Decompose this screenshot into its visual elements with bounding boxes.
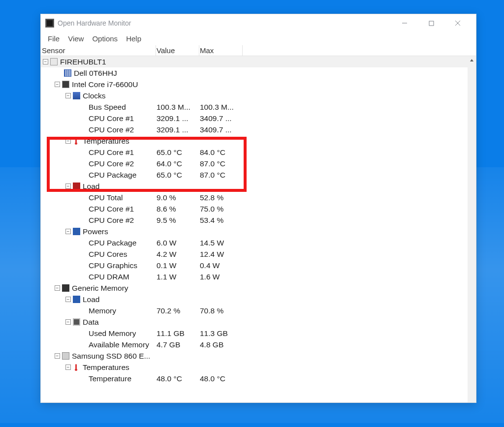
tree-row[interactable]: CPU Cores4.2 W12.4 W bbox=[41, 248, 476, 260]
column-header-sensor[interactable]: Sensor bbox=[41, 46, 157, 55]
max-cell: 12.4 W bbox=[200, 250, 243, 259]
tree-row[interactable]: CPU Total9.0 %52.8 % bbox=[41, 192, 476, 203]
collapse-toggle-icon[interactable]: − bbox=[65, 319, 71, 325]
value-cell: 11.1 GB bbox=[157, 329, 200, 338]
tree-indent bbox=[41, 333, 79, 334]
sensor-label: CPU Core #2 bbox=[89, 125, 134, 134]
column-resize-handle[interactable] bbox=[242, 45, 243, 56]
tree-row[interactable]: CPU Package65.0 °C87.0 °C bbox=[41, 169, 476, 181]
collapse-toggle-icon[interactable]: − bbox=[65, 229, 71, 234]
tree-guide bbox=[55, 70, 62, 76]
tree-row[interactable]: Dell 0T6HHJ bbox=[41, 67, 476, 79]
sensor-label: Dell 0T6HHJ bbox=[74, 69, 117, 78]
sensor-tree[interactable]: −FIREHUBLT1Dell 0T6HHJ−Intel Core i7-660… bbox=[41, 56, 476, 402]
sensor-label: CPU DRAM bbox=[89, 273, 129, 281]
tree-guide bbox=[79, 331, 87, 336]
menu-options[interactable]: Options bbox=[88, 33, 122, 44]
tree-guide bbox=[79, 342, 87, 347]
svg-rect-1 bbox=[429, 21, 434, 26]
maximize-button[interactable] bbox=[418, 14, 444, 32]
tree-row[interactable]: Available Memory4.7 GB4.8 GB bbox=[41, 339, 476, 350]
tree-row[interactable]: −Intel Core i7-6600U bbox=[41, 79, 476, 90]
title-bar[interactable]: Open Hardware Monitor bbox=[41, 14, 476, 32]
tree-indent bbox=[41, 209, 79, 209]
collapse-toggle-icon[interactable]: − bbox=[55, 353, 60, 359]
sensor-cell: −Temperatures bbox=[41, 135, 157, 147]
thermometer-icon bbox=[73, 364, 80, 371]
tree-row[interactable]: −Generic Memory bbox=[41, 282, 476, 294]
tree-indent bbox=[41, 276, 79, 277]
column-resize-handle[interactable] bbox=[199, 45, 199, 56]
tree-row[interactable]: Temperature48.0 °C48.0 °C bbox=[41, 373, 476, 384]
max-cell: 0.4 W bbox=[200, 261, 243, 270]
tree-row[interactable]: CPU Core #165.0 °C84.0 °C bbox=[41, 147, 476, 158]
sensor-cell: CPU Core #2 bbox=[41, 158, 157, 169]
tree-row[interactable]: −Temperatures bbox=[41, 362, 476, 373]
tree-indent bbox=[41, 322, 65, 322]
tree-row[interactable]: −Load bbox=[41, 294, 476, 305]
sensor-cell: −Data bbox=[41, 316, 157, 328]
collapse-toggle-icon[interactable]: − bbox=[65, 297, 71, 302]
tree-row[interactable]: −Powers bbox=[41, 226, 476, 237]
menu-view[interactable]: View bbox=[64, 33, 88, 44]
minimize-button[interactable] bbox=[391, 14, 418, 32]
tree-row[interactable]: −Clocks bbox=[41, 90, 476, 101]
collapse-toggle-icon[interactable]: − bbox=[65, 365, 71, 370]
tree-row[interactable]: −FIREHUBLT1 bbox=[41, 56, 476, 67]
value-cell: 3209.1 ... bbox=[157, 125, 200, 134]
tree-row[interactable]: −Temperatures bbox=[41, 135, 476, 147]
sensor-cell: −FIREHUBLT1 bbox=[41, 56, 157, 67]
collapse-toggle-icon[interactable]: − bbox=[55, 82, 60, 87]
collapse-toggle-icon[interactable]: − bbox=[55, 285, 60, 291]
collapse-toggle-icon[interactable]: − bbox=[65, 183, 71, 189]
tree-guide bbox=[79, 161, 87, 166]
tree-row[interactable]: CPU DRAM1.1 W1.6 W bbox=[41, 271, 476, 282]
tree-row[interactable]: Used Memory11.1 GB11.3 GB bbox=[41, 328, 476, 339]
tree-row[interactable]: −Load bbox=[41, 181, 476, 192]
column-header-value[interactable]: Value bbox=[157, 46, 200, 55]
tree-indent bbox=[41, 84, 55, 85]
tree-row[interactable]: CPU Core #264.0 °C87.0 °C bbox=[41, 158, 476, 169]
collapse-toggle-icon[interactable]: − bbox=[65, 138, 71, 144]
tree-indent bbox=[41, 118, 79, 119]
tree-indent bbox=[41, 378, 79, 379]
tree-row[interactable]: Memory70.2 %70.8 % bbox=[41, 305, 476, 316]
max-cell: 100.3 M... bbox=[200, 103, 243, 112]
sensor-cell: Bus Speed bbox=[41, 101, 157, 113]
tree-indent bbox=[41, 175, 79, 175]
app-icon bbox=[46, 19, 54, 27]
column-header-max[interactable]: Max bbox=[200, 46, 243, 55]
max-cell: 70.8 % bbox=[200, 306, 243, 315]
menu-file[interactable]: File bbox=[44, 33, 63, 44]
column-resize-handle[interactable] bbox=[156, 45, 156, 56]
close-button[interactable] bbox=[444, 14, 471, 32]
collapse-toggle-icon[interactable]: − bbox=[43, 59, 48, 64]
sensor-label: CPU Graphics bbox=[89, 261, 137, 270]
vertical-scrollbar[interactable] bbox=[468, 56, 476, 402]
tree-row[interactable]: CPU Core #13209.1 ...3409.7 ... bbox=[41, 113, 476, 124]
power-icon bbox=[73, 228, 80, 235]
tree-row[interactable]: CPU Core #18.6 %75.0 % bbox=[41, 203, 476, 214]
max-cell: 48.0 °C bbox=[200, 374, 243, 383]
tree-row[interactable]: CPU Core #23209.1 ...3409.7 ... bbox=[41, 124, 476, 135]
tree-row[interactable]: CPU Core #29.5 %53.4 % bbox=[41, 214, 476, 226]
scroll-up-arrow-icon[interactable] bbox=[468, 56, 476, 64]
tree-indent bbox=[41, 141, 65, 141]
tree-row[interactable]: Bus Speed100.3 M...100.3 M... bbox=[41, 101, 476, 113]
menu-bar: File View Options Help bbox=[41, 32, 476, 45]
tree-indent bbox=[41, 220, 79, 220]
tree-row[interactable]: −Samsung SSD 860 E... bbox=[41, 350, 476, 362]
sensor-cell: −Clocks bbox=[41, 90, 157, 101]
tree-row[interactable]: CPU Package6.0 W14.5 W bbox=[41, 237, 476, 248]
tree-row[interactable]: CPU Graphics0.1 W0.4 W bbox=[41, 260, 476, 271]
sensor-cell: −Temperatures bbox=[41, 362, 157, 373]
sensor-label: Load bbox=[83, 182, 99, 191]
tree-indent bbox=[41, 310, 79, 311]
menu-help[interactable]: Help bbox=[122, 33, 145, 44]
tree-row[interactable]: −Data bbox=[41, 316, 476, 328]
sensor-cell: Dell 0T6HHJ bbox=[41, 67, 157, 79]
max-cell: 75.0 % bbox=[200, 205, 243, 214]
collapse-toggle-icon[interactable]: − bbox=[65, 93, 71, 98]
drive-icon bbox=[62, 352, 69, 360]
sensor-cell: Temperature bbox=[41, 373, 157, 384]
